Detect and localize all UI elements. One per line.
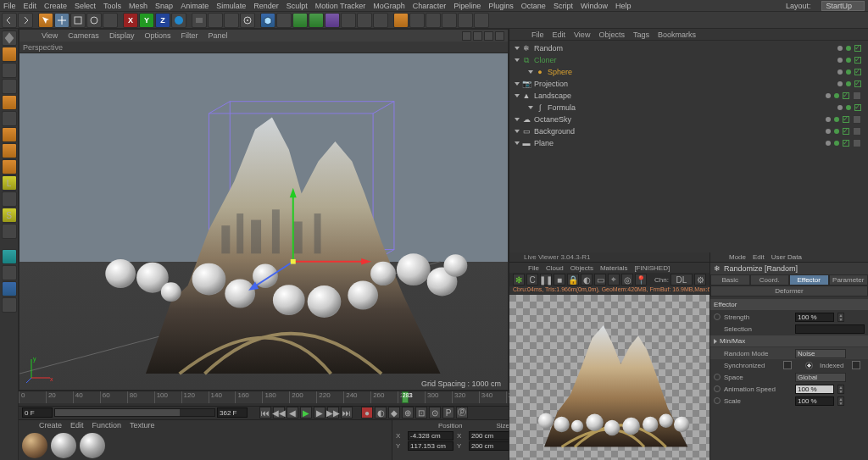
obj-menu-view[interactable]: View [574, 30, 590, 39]
tree-item-random[interactable]: ❄Random [509, 42, 868, 54]
anim-dot-icon[interactable] [714, 385, 721, 392]
texture-mode-button[interactable] [2, 63, 17, 78]
anim-speed-spinner[interactable]: ▲▼ [837, 385, 844, 394]
random-mode-dropdown[interactable]: Noise [795, 349, 846, 358]
param-key-button[interactable]: P [442, 407, 454, 418]
mat-menu-function[interactable]: Function [92, 421, 122, 430]
enable-checkbox[interactable] [854, 104, 861, 111]
vp-menu-display[interactable]: Display [109, 31, 135, 40]
lv-focus-button[interactable]: ◎ [621, 274, 633, 285]
edge-mode-button[interactable] [2, 143, 17, 158]
mat-menu-edit[interactable]: Edit [70, 421, 84, 430]
axis-x-toggle[interactable]: X [123, 13, 138, 28]
vis-editor-dot[interactable] [846, 46, 851, 51]
anim-speed-field[interactable] [795, 385, 834, 394]
goto-start-button[interactable]: ⏮ [259, 407, 271, 418]
enable-checkbox[interactable] [854, 45, 861, 52]
perspective-viewport[interactable]: Grid Spacing : 1000 cm y x [19, 53, 508, 390]
tree-item-plane[interactable]: ▬Plane [509, 137, 868, 149]
indexed-checkbox[interactable] [852, 361, 860, 369]
texture-tag[interactable] [853, 91, 861, 100]
layer-dot[interactable] [826, 129, 831, 134]
coord-y-pos[interactable] [408, 441, 453, 451]
isoline-button[interactable] [2, 265, 17, 280]
axis-y-toggle[interactable]: Y [139, 13, 154, 28]
model-mode-button[interactable] [2, 47, 17, 62]
record-button[interactable]: ● [361, 407, 373, 418]
tree-item-projection[interactable]: 📷Projection [509, 78, 868, 90]
vis-editor-dot[interactable] [834, 117, 839, 122]
anim-dot-icon[interactable] [714, 397, 721, 404]
render-settings-button[interactable] [240, 13, 255, 28]
enable-checkbox[interactable] [854, 69, 861, 75]
add-floor-button[interactable] [341, 13, 356, 28]
menu-create[interactable]: Create [44, 2, 67, 10]
live-select-button[interactable] [38, 13, 53, 28]
menu-script[interactable]: Script [554, 2, 573, 10]
axis-mode-button[interactable] [2, 111, 17, 126]
octane-render-button[interactable] [393, 13, 409, 28]
lv-pin-button[interactable]: 📍 [635, 274, 647, 285]
add-extrude-button[interactable] [309, 13, 324, 28]
lv-pause-button[interactable]: ❚❚ [540, 274, 552, 285]
vis-editor-dot[interactable] [834, 141, 839, 146]
add-subdiv-button[interactable] [292, 13, 308, 28]
expand-icon[interactable] [515, 47, 520, 50]
scale-spinner[interactable]: ▲▼ [837, 396, 844, 406]
keyframe-sel-button[interactable]: ◆ [388, 407, 400, 418]
rotate-button[interactable] [86, 13, 102, 28]
attr-menu-edit[interactable]: Edit [753, 253, 765, 261]
next-frame-button[interactable]: ▶ [314, 407, 326, 418]
attr-tab-deformer[interactable]: Deformer [710, 285, 868, 297]
vp-menu-cameras[interactable]: Cameras [68, 31, 99, 40]
next-key-button[interactable]: ▶▶ [327, 407, 339, 418]
mat-menu-texture[interactable]: Texture [130, 421, 155, 430]
menu-render[interactable]: Render [253, 2, 279, 10]
coord-x-size[interactable] [469, 431, 515, 441]
enable-checkbox[interactable] [843, 128, 849, 135]
coord-system-button[interactable] [171, 13, 186, 28]
synchronized-checkbox[interactable] [783, 361, 792, 369]
scale-button[interactable] [70, 13, 86, 28]
vp-menu-options[interactable]: Options [144, 31, 170, 40]
menu-mesh[interactable]: Mesh [129, 2, 147, 10]
menu-snap[interactable]: Snap [155, 2, 173, 10]
lv-menu-materials[interactable]: Materials [600, 264, 627, 272]
vp-menu-panel[interactable]: Panel [208, 31, 227, 40]
tree-item-cloner[interactable]: ⧉Cloner [509, 54, 868, 66]
timeline-range-slider[interactable] [54, 408, 215, 417]
enable-checkbox[interactable] [854, 80, 861, 87]
octane-pv-button[interactable] [442, 13, 457, 28]
planar-wp-button[interactable] [2, 297, 17, 313]
add-bend-button[interactable] [325, 13, 340, 28]
material-preview-1[interactable] [22, 433, 47, 458]
enable-checkbox[interactable] [843, 116, 849, 123]
layer-dot[interactable] [837, 105, 843, 110]
obj-menu-edit[interactable]: Edit [553, 30, 566, 39]
undo-button[interactable] [2, 13, 17, 28]
vis-editor-dot[interactable] [846, 105, 851, 110]
tree-item-background[interactable]: ▭Background [509, 125, 868, 137]
menu-pipeline[interactable]: Pipeline [453, 2, 481, 10]
layer-dot[interactable] [826, 141, 831, 146]
vp-zoom-icon[interactable] [473, 31, 482, 41]
menu-mograph[interactable]: MoGraph [373, 2, 405, 10]
tree-item-octanesky[interactable]: ☁OctaneSky [509, 114, 868, 125]
lv-menu-objects[interactable]: Objects [570, 264, 593, 272]
viewport-solo-button[interactable] [2, 191, 17, 207]
move-button[interactable] [54, 13, 70, 28]
menu-edit[interactable]: Edit [24, 2, 37, 10]
attr-menu-mode[interactable]: Mode [729, 253, 746, 261]
play-button[interactable]: ▶ [300, 407, 312, 418]
menu-simulate[interactable]: Simulate [216, 2, 246, 10]
render-to-pv-button[interactable] [224, 13, 239, 28]
enable-axis-button[interactable]: L [2, 175, 17, 191]
obj-menu-tags[interactable]: Tags [633, 30, 649, 39]
indexed-radio[interactable] [805, 362, 813, 369]
menu-select[interactable]: Select [75, 2, 96, 10]
texture-tag[interactable] [853, 127, 861, 136]
menu-window[interactable]: Window [581, 2, 608, 10]
texture-tag[interactable] [853, 115, 861, 124]
tree-item-formula[interactable]: ∫Formula [509, 102, 868, 114]
tree-item-landscape[interactable]: ▲Landscape [509, 90, 868, 102]
